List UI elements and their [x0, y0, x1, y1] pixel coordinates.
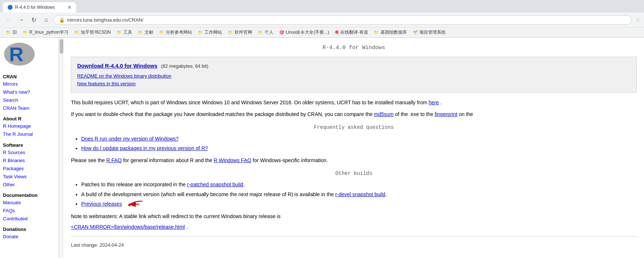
address-bar[interactable]: 🔒 mirrors.tuna.tsinghua.edu.cn/CRAN/ — [53, 15, 632, 25]
sidebar-item-rhomepage[interactable]: R Homepage — [3, 122, 55, 130]
sidebar-item-packages[interactable]: Packages — [3, 165, 55, 173]
forward-button[interactable]: → — [16, 15, 26, 25]
download-size: (82 megabytes, 64 bit) — [161, 63, 208, 69]
browser-chrome: 🔵 R-4.4.0 for Windows ✕ ← → ↻ ⌂ 🔒 mirror… — [0, 0, 644, 38]
para1-end: . — [440, 100, 442, 105]
scroll-area: R-4.4.0 for Windows Download R-4.4.0 for… — [59, 38, 644, 258]
other-builds-item-2: A build of the development version (whic… — [81, 190, 637, 198]
sidebar-item-contributed[interactable]: Contributed — [3, 215, 55, 223]
cran-mirror-link[interactable]: <CRAN MIRROR>/bin/windows/base/release.h… — [71, 224, 185, 230]
tab-close-button[interactable]: ✕ — [67, 4, 72, 10]
sidebar-item-other[interactable]: Other — [3, 181, 55, 189]
folder-icon: 📁 — [159, 30, 164, 35]
bookmark-tools[interactable]: 📁 工具 — [115, 29, 134, 36]
sidebar-section-software: Software R Sources R Binaries Packages T… — [3, 142, 55, 189]
bookmark-software[interactable]: 📁 软件官网 — [226, 29, 254, 36]
faq-heading: Frequently asked questions — [71, 123, 637, 131]
bookmark-label: Linux命令大全(手册...) — [286, 29, 329, 35]
r-patched-link[interactable]: r-patched snapshot build — [187, 182, 243, 187]
previous-releases-link[interactable]: Previous releases — [81, 201, 122, 207]
sidebar-item-faqs[interactable]: FAQs — [3, 207, 55, 215]
bookmark-rlinux[interactable]: 📁 R_linux_python学习 — [20, 29, 71, 36]
sidebar-item-rbinaries[interactable]: R Binaries — [3, 157, 55, 165]
arrow-annotation — [125, 200, 143, 209]
bookmark-project[interactable]: 🌱 项目管理系统 — [411, 29, 448, 36]
sidebar-item-cranteam[interactable]: CRAN Team — [3, 104, 55, 112]
md5sum-link[interactable]: md5sum — [374, 111, 394, 117]
paragraph-doublecheck: If you want to double-check that the pac… — [71, 110, 637, 118]
new-features-link[interactable]: New features in this version — [77, 80, 630, 88]
bookmark-old[interactable]: 📁 旧 — [4, 29, 19, 36]
page-container: R CRAN Mirrors What's new? Search CRAN T… — [0, 38, 644, 258]
scrollbar-thumb[interactable] — [60, 39, 63, 54]
sidebar-item-manuals[interactable]: Manuals — [3, 199, 55, 207]
back-button[interactable]: ← — [4, 15, 14, 25]
active-tab[interactable]: 🔵 R-4.4.0 for Windows ✕ — [3, 2, 76, 12]
other-builds-list: Patches to this release are incorporated… — [71, 180, 637, 209]
folder-icon: 📁 — [228, 30, 233, 35]
bookmark-work[interactable]: 📁 工作网站 — [196, 29, 224, 36]
browser-controls: ← → ↻ ⌂ 🔒 mirrors.tuna.tsinghua.edu.cn/C… — [0, 12, 644, 27]
sidebar-section-documentation: Documentation Manuals FAQs Contributed — [3, 192, 55, 223]
leaf-icon: 🌱 — [413, 30, 418, 35]
sidebar-item-taskviews[interactable]: Task Views — [3, 173, 55, 181]
bookmark-linux[interactable]: 🎯 Linux命令大全(手册...) — [277, 29, 332, 36]
folder-icon: 📁 — [198, 30, 203, 35]
paragraph-ucrt: This build requires UCRT, which is part … — [71, 98, 637, 106]
bookmark-star-button[interactable]: ☆ — [635, 16, 640, 23]
rwindowsfaq-link[interactable]: R Windows FAQ — [214, 157, 251, 163]
page-title: R-4.4.0 for Windows — [71, 44, 637, 52]
bookmark-label: 个人 — [265, 29, 273, 35]
para1-text: This build requires UCRT, which is part … — [71, 100, 427, 105]
note-text-start: Note to webmasters: A stable link which … — [71, 213, 281, 219]
bookmark-zhihu[interactable]: 📁 知乎简书CSDN — [72, 29, 113, 36]
bookmark-youdao[interactable]: 有 在线翻译·有道 — [333, 29, 370, 36]
r-devel-link[interactable]: r-devel snapshot build — [335, 191, 385, 197]
bookmark-analysis[interactable]: 📁 分析参考网站 — [157, 29, 194, 36]
sidebar-item-mirrors[interactable]: Mirrors — [3, 80, 55, 88]
folder-icon: 📁 — [117, 30, 122, 35]
other-builds-item-3: Previous releases — [81, 200, 637, 209]
r-logo: R — [3, 41, 55, 68]
para3-end: for Windows-specific information. — [253, 157, 328, 163]
other-builds-item-1: Patches to this release are incorporated… — [81, 180, 637, 188]
tab-favicon: 🔵 — [7, 5, 13, 10]
folder-icon: 📁 — [6, 30, 11, 35]
rfaq-link[interactable]: R FAQ — [106, 157, 122, 163]
youdao-icon: 有 — [335, 30, 339, 35]
faq-link-2[interactable]: How do I update packages in my previous … — [81, 145, 208, 151]
faq-link-1[interactable]: Does R run under my version of Windows? — [81, 136, 179, 142]
fingerprint-link[interactable]: fingerprint — [435, 111, 457, 117]
download-main-link[interactable]: Download R-4.4.0 for Windows — [77, 63, 157, 69]
bookmark-genomics[interactable]: 📁 基因组数据库 — [372, 29, 409, 36]
bookmark-label: 文献 — [145, 29, 153, 35]
bookmark-label: 在线翻译·有道 — [340, 29, 368, 35]
sidebar-section-donations: Donations Donate — [3, 227, 55, 241]
readme-link[interactable]: README on the Windows binary distributio… — [77, 72, 630, 80]
here-link[interactable]: here — [428, 100, 439, 105]
bookmark-label: 项目管理系统 — [419, 29, 446, 35]
section-title-cran: CRAN — [3, 74, 55, 79]
para2-start: If you want to double-check that the pac… — [71, 111, 372, 117]
home-button[interactable]: ⌂ — [41, 15, 51, 25]
reload-button[interactable]: ↻ — [29, 15, 39, 25]
faq-item-2: How do I update packages in my previous … — [81, 144, 637, 152]
sidebar-item-search[interactable]: Search — [3, 96, 55, 104]
bookmark-wenxian[interactable]: 📁 文献 — [136, 29, 156, 36]
sidebar-section-about: About R R Homepage The R Journal — [3, 116, 55, 138]
bookmarks-bar: 📁 旧 📁 R_linux_python学习 📁 知乎简书CSDN 📁 工具 📁… — [0, 27, 644, 37]
content-divider — [71, 236, 637, 236]
faq-list: Does R run under my version of Windows? … — [71, 135, 637, 153]
bookmark-personal[interactable]: 📁 个人 — [256, 29, 276, 36]
url-text: mirrors.tuna.tsinghua.edu.cn/CRAN/ — [67, 17, 626, 23]
sidebar-item-whatsnew[interactable]: What's new? — [3, 88, 55, 96]
scrollbar-track[interactable] — [59, 38, 64, 258]
download-sub-links: README on the Windows binary distributio… — [77, 72, 630, 88]
sidebar-item-rsources[interactable]: R Sources — [3, 149, 55, 157]
section-title-software: Software — [3, 142, 55, 148]
sidebar-section-cran: CRAN Mirrors What's new? Search CRAN Tea… — [3, 74, 55, 112]
note-webmasters: Note to webmasters: A stable link which … — [71, 212, 637, 220]
sidebar-item-rjournal[interactable]: The R Journal — [3, 130, 55, 138]
sidebar-item-donate[interactable]: Donate — [3, 233, 55, 241]
linux-icon: 🎯 — [279, 30, 284, 35]
